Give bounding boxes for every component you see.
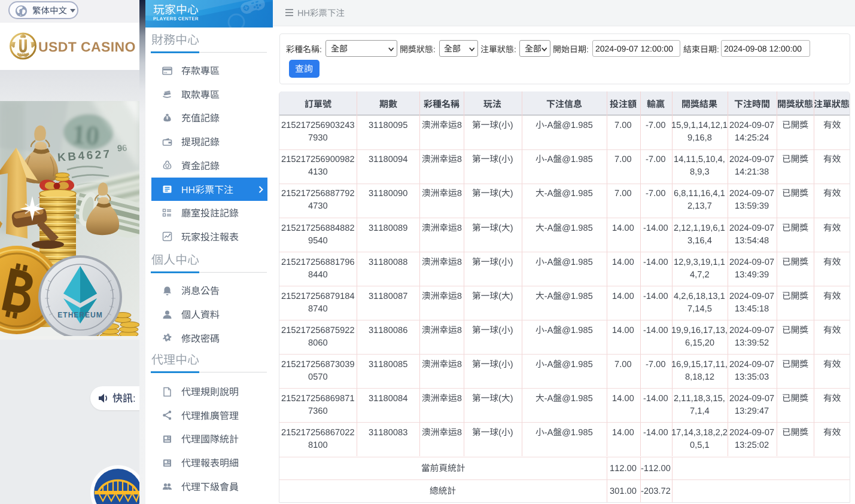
svg-text:CASINO: CASINO <box>18 53 29 56</box>
svg-text:10: 10 <box>71 119 101 151</box>
svg-text:ETHEREUM: ETHEREUM <box>57 311 102 319</box>
